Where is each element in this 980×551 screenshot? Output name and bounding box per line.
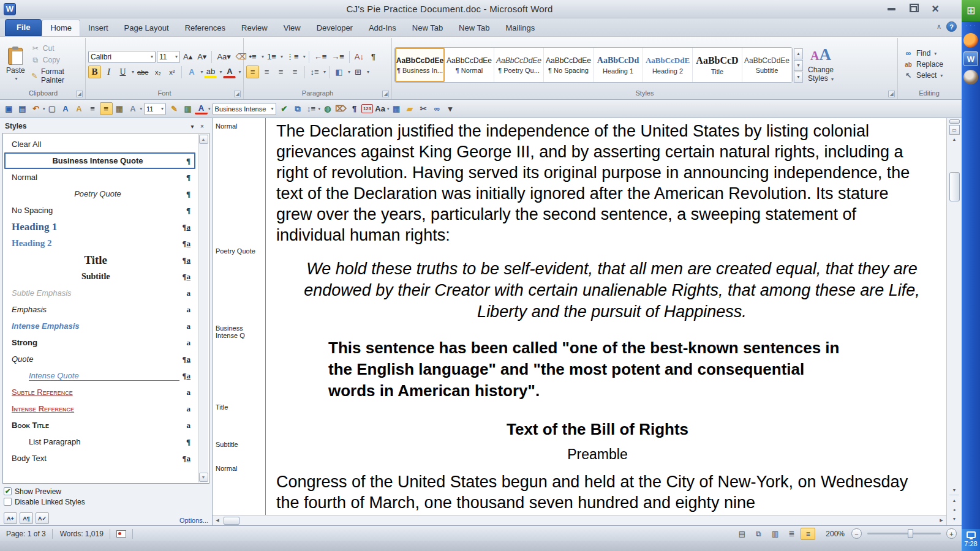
- chevron-down-icon[interactable]: ▾: [366, 69, 369, 75]
- dialog-launcher-icon[interactable]: ◢: [888, 91, 895, 97]
- style-item-heading-1[interactable]: Heading 1¶a: [4, 219, 195, 235]
- shading-button[interactable]: ◧: [333, 66, 345, 78]
- style-item-strong[interactable]: Stronga: [4, 334, 195, 351]
- style-item-book-title[interactable]: Book Titlea: [4, 417, 195, 433]
- gallery-style--no-spacing[interactable]: AaBbCcDdEe¶ No Spacing: [544, 48, 594, 82]
- zoom-slider[interactable]: [867, 533, 941, 534]
- align-left-button[interactable]: ≡: [246, 66, 259, 78]
- paragraph-text[interactable]: Congress of the United States begun and …: [265, 471, 946, 513]
- previous-page-icon[interactable]: ▲: [949, 497, 959, 504]
- dialog-launcher-icon[interactable]: ◢: [382, 91, 389, 97]
- save-as-icon[interactable]: ▤: [16, 102, 29, 115]
- borders-button[interactable]: ⊞: [352, 66, 364, 78]
- font-color-icon[interactable]: A: [195, 103, 208, 114]
- help-icon[interactable]: ?: [946, 21, 957, 32]
- draft-view-icon[interactable]: ≡: [801, 528, 815, 540]
- bold-button[interactable]: B: [88, 66, 101, 78]
- zoom-level[interactable]: 200%: [826, 530, 845, 538]
- undo-icon[interactable]: ↶: [29, 102, 42, 115]
- style-item-subtle-reference[interactable]: Subtle Referencea: [4, 384, 195, 400]
- scroll-left-icon[interactable]: ◀: [213, 516, 222, 525]
- font-dialog-icon[interactable]: A: [59, 102, 72, 115]
- tab-add-ins[interactable]: Add-Ins: [361, 20, 404, 36]
- tab-new-tab[interactable]: New Tab: [404, 20, 451, 36]
- gallery-style--normal[interactable]: AaBbCcDdEe¶ Normal: [445, 48, 494, 82]
- styles-list-scrollbar[interactable]: ▲ ▼: [198, 134, 208, 482]
- style-item-intense-reference[interactable]: Intense Referencea: [4, 400, 195, 417]
- vertical-scrollbar[interactable]: ▭ ▲ ▼ ▲ ● ▼: [946, 118, 962, 525]
- gallery-style-subtitle[interactable]: AaBbCcDdEeSubtitle: [742, 48, 792, 82]
- clear-all-item[interactable]: Clear All: [4, 136, 195, 152]
- chevron-down-icon[interactable]: ▾: [302, 54, 306, 59]
- style-item-subtle-emphasis[interactable]: Subtle Emphasisa: [4, 285, 195, 301]
- strikethrough-button[interactable]: abe: [135, 66, 150, 78]
- read-layout-icon[interactable]: ⧉: [292, 102, 304, 115]
- chevron-down-icon[interactable]: ▾: [318, 107, 321, 111]
- tab-references[interactable]: References: [177, 20, 233, 36]
- open-icon[interactable]: ▰: [404, 102, 417, 115]
- styles-pane-menu-icon[interactable]: ▾: [187, 123, 197, 130]
- tab-mailings[interactable]: Mailings: [497, 20, 543, 36]
- paragraph-text[interactable]: The Declaration justified the independen…: [265, 121, 946, 246]
- insert-table-icon[interactable]: ▦: [390, 102, 403, 115]
- style-item-heading-2[interactable]: Heading 2¶a: [4, 235, 195, 252]
- gallery-style--business-in-[interactable]: AaBbCcDdEe¶ Business In...: [395, 48, 445, 82]
- font-size-select[interactable]: 11▾: [157, 51, 180, 63]
- decrease-indent-button[interactable]: ←≡: [312, 50, 329, 63]
- document-canvas[interactable]: NormalThe Declaration justified the inde…: [213, 118, 946, 515]
- style-item-normal[interactable]: Normal¶: [4, 169, 195, 186]
- outline-view-icon[interactable]: ≣: [784, 528, 799, 540]
- hyperlink-icon[interactable]: ◍: [321, 102, 334, 115]
- zoom-in-icon[interactable]: +: [946, 528, 957, 539]
- minimize-ribbon-icon[interactable]: ∧: [937, 23, 941, 31]
- firefox-icon[interactable]: [963, 33, 978, 48]
- copy-button[interactable]: ⧉Copy: [29, 55, 83, 65]
- new-style-button[interactable]: A+: [4, 512, 17, 524]
- chevron-down-icon[interactable]: ▾: [260, 54, 264, 59]
- styles-pane-close-icon[interactable]: ×: [197, 123, 207, 130]
- chevron-down-icon[interactable]: ▾: [218, 69, 222, 75]
- style-item-poetry-quote[interactable]: Poetry Quote¶: [4, 186, 195, 202]
- style-combo[interactable]: Business Intense▾: [213, 103, 276, 115]
- scroll-up-icon[interactable]: ▲: [199, 135, 208, 144]
- change-styles-button[interactable]: AA Change Styles ▾: [804, 47, 837, 83]
- horizontal-scroll-thumb[interactable]: [224, 517, 239, 525]
- styles-options-link[interactable]: Options...: [179, 517, 208, 524]
- style-item-business-intense-quote[interactable]: Business Intense Quote¶: [4, 152, 195, 169]
- select-browse-object-icon[interactable]: ●: [949, 506, 959, 514]
- tab-developer[interactable]: Developer: [309, 20, 361, 36]
- gallery-style-title[interactable]: AaBbCcDTitle: [693, 48, 742, 82]
- paragraph-text[interactable]: We hold these truths to be self-evident,…: [265, 258, 946, 323]
- gallery-more-icon[interactable]: ▼: [794, 72, 803, 83]
- sort-button[interactable]: A↓: [353, 50, 366, 63]
- save-icon[interactable]: ▣: [2, 102, 15, 115]
- font-family-select[interactable]: Calibri▾: [88, 51, 156, 63]
- web-layout-view-icon[interactable]: ▥: [767, 528, 782, 540]
- find-icon[interactable]: ∞: [431, 102, 443, 115]
- chevron-down-icon[interactable]: ▾: [279, 54, 283, 59]
- superscript-button[interactable]: x²: [165, 66, 178, 78]
- chevron-down-icon[interactable]: ▾: [237, 69, 241, 75]
- gallery-style-heading-2[interactable]: AaBbCcDdEHeading 2: [643, 48, 693, 82]
- zoom-slider-thumb[interactable]: [908, 529, 913, 538]
- show-paragraph-icon[interactable]: ¶: [348, 102, 361, 115]
- text-effects-icon[interactable]: A: [127, 102, 140, 115]
- line-spacing-button[interactable]: ↕≡: [308, 66, 321, 78]
- select-button[interactable]: ↖Select▾: [903, 71, 943, 80]
- new-document-icon[interactable]: ▢: [46, 102, 59, 115]
- disable-linked-checkbox[interactable]: Disable Linked Styles: [4, 497, 208, 507]
- grow-font-button[interactable]: A▴: [181, 50, 194, 63]
- gallery-style--poetry-qu-[interactable]: AaBbCcDdEe¶ Poetry Qu...: [494, 48, 544, 82]
- minimize-button[interactable]: [883, 4, 899, 15]
- tab-new-tab[interactable]: New Tab: [451, 20, 497, 36]
- restore-button[interactable]: [905, 4, 921, 15]
- paragraph-text[interactable]: Preamble: [265, 446, 946, 463]
- align-right-button[interactable]: ≡: [274, 66, 287, 78]
- style-item-emphasis[interactable]: Emphasisa: [4, 301, 195, 318]
- align-center-button[interactable]: ≡: [260, 66, 273, 78]
- replace-button[interactable]: abReplace: [903, 60, 943, 69]
- increase-indent-button[interactable]: →≡: [330, 50, 346, 63]
- paragraph-text[interactable]: This sentence has been called "one of th…: [265, 337, 946, 402]
- zoom-out-icon[interactable]: −: [851, 528, 862, 539]
- word-taskbar-icon[interactable]: W: [963, 51, 978, 66]
